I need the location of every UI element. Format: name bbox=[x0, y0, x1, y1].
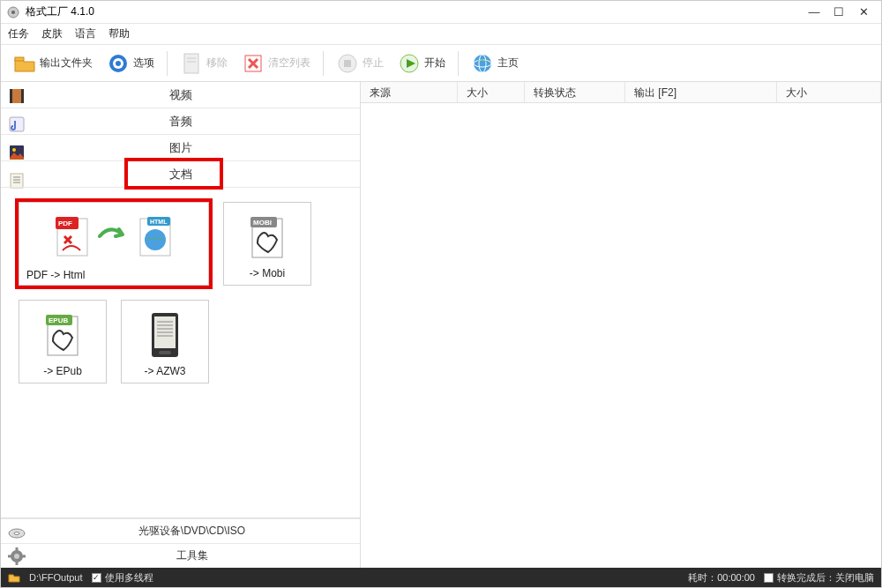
format-pdf-html-label: PDF -> Html bbox=[26, 265, 201, 281]
col-source[interactable]: 来源 bbox=[361, 82, 458, 102]
multithread-checkbox[interactable]: 使用多线程 bbox=[92, 571, 153, 584]
category-audio[interactable]: 音频 bbox=[1, 108, 360, 135]
format-azw3[interactable]: -> AZW3 bbox=[121, 300, 209, 383]
after-convert-checkbox[interactable]: 转换完成后：关闭电脑 bbox=[764, 571, 874, 584]
category-video-label: 视频 bbox=[169, 87, 192, 103]
col-size1[interactable]: 大小 bbox=[458, 82, 525, 102]
menu-task[interactable]: 任务 bbox=[8, 26, 29, 41]
col-status[interactable]: 转换状态 bbox=[525, 82, 625, 102]
statusbar: D:\FFOutput 使用多线程 耗时：00:00:00 转换完成后：关闭电脑 bbox=[1, 568, 881, 587]
toolkit-row[interactable]: 工具集 bbox=[1, 543, 360, 568]
folder-icon bbox=[13, 52, 36, 75]
remove-icon bbox=[180, 52, 203, 75]
options-icon bbox=[107, 52, 130, 75]
stop-icon bbox=[336, 52, 359, 75]
home-label: 主页 bbox=[497, 56, 519, 71]
right-panel: 来源 大小 转换状态 输出 [F2] 大小 bbox=[361, 82, 881, 568]
close-button[interactable]: ✕ bbox=[851, 5, 876, 19]
category-picture[interactable]: 图片 bbox=[1, 135, 360, 161]
clear-label: 清空列表 bbox=[268, 56, 310, 71]
menu-language[interactable]: 语言 bbox=[75, 26, 96, 41]
list-header: 来源 大小 转换状态 输出 [F2] 大小 bbox=[361, 82, 881, 103]
start-icon bbox=[398, 52, 421, 75]
titlebar: 格式工厂 4.1.0 — ☐ ✕ bbox=[1, 1, 881, 24]
pdf-icon: PDF bbox=[54, 215, 91, 257]
toolbar: 输出文件夹 选项 移除 清空列表 停止 开始 主页 bbox=[1, 45, 881, 82]
left-panel: 视频 音频 图片 文档 PDF bbox=[1, 82, 361, 568]
svg-point-1 bbox=[11, 11, 15, 14]
svg-point-53 bbox=[14, 554, 19, 559]
optical-label: 光驱设备\DVD\CD\ISO bbox=[31, 524, 353, 539]
svg-rect-13 bbox=[344, 60, 351, 67]
category-video[interactable]: 视频 bbox=[1, 82, 360, 108]
folder-small-icon bbox=[8, 572, 20, 583]
main-area: 视频 音频 图片 文档 PDF bbox=[1, 82, 881, 568]
globe-icon bbox=[471, 52, 494, 75]
separator bbox=[323, 51, 324, 76]
format-epub-label: -> EPub bbox=[43, 365, 82, 377]
app-icon bbox=[6, 5, 20, 19]
format-grid: PDF HTML PDF -> Html MOBI bbox=[1, 188, 360, 398]
menu-skin[interactable]: 皮肤 bbox=[41, 26, 63, 41]
menubar: 任务 皮肤 语言 帮助 bbox=[1, 24, 881, 45]
window-title: 格式工厂 4.1.0 bbox=[26, 4, 94, 19]
azw3-icon bbox=[145, 306, 185, 365]
svg-text:HTML: HTML bbox=[150, 219, 168, 225]
output-path[interactable]: D:\FFOutput bbox=[29, 572, 83, 583]
stop-label: 停止 bbox=[363, 56, 384, 71]
output-folder-button[interactable]: 输出文件夹 bbox=[8, 50, 98, 77]
minimize-button[interactable]: — bbox=[802, 5, 826, 19]
svg-rect-2 bbox=[15, 57, 24, 61]
svg-point-51 bbox=[14, 532, 19, 534]
elapsed-label: 耗时：00:00:00 bbox=[688, 571, 755, 584]
clear-list-button[interactable]: 清空列表 bbox=[236, 50, 316, 77]
svg-text:PDF: PDF bbox=[58, 220, 72, 227]
home-button[interactable]: 主页 bbox=[466, 50, 524, 77]
svg-point-35 bbox=[145, 229, 166, 250]
remove-label: 移除 bbox=[206, 56, 228, 71]
category-document-label: 文档 bbox=[169, 167, 192, 182]
stop-button[interactable]: 停止 bbox=[331, 50, 389, 77]
category-document[interactable]: 文档 bbox=[1, 161, 360, 188]
gear-icon bbox=[8, 547, 26, 565]
svg-text:MOBI: MOBI bbox=[253, 219, 272, 227]
svg-rect-6 bbox=[184, 54, 198, 73]
col-size2[interactable]: 大小 bbox=[777, 82, 881, 102]
format-azw3-label: -> AZW3 bbox=[144, 365, 185, 377]
format-mobi-label: -> Mobi bbox=[250, 267, 285, 279]
format-mobi[interactable]: MOBI -> Mobi bbox=[223, 202, 311, 286]
maximize-button[interactable]: ☐ bbox=[826, 5, 851, 19]
bottom-categories: 光驱设备\DVD\CD\ISO 工具集 bbox=[1, 517, 360, 568]
output-folder-label: 输出文件夹 bbox=[40, 56, 93, 71]
mobi-icon: MOBI bbox=[247, 208, 288, 267]
disc-icon bbox=[8, 523, 26, 540]
separator bbox=[167, 51, 168, 76]
separator bbox=[458, 51, 459, 76]
svg-point-5 bbox=[116, 61, 121, 66]
svg-rect-49 bbox=[159, 351, 171, 354]
category-audio-label: 音频 bbox=[169, 114, 192, 130]
clear-icon bbox=[242, 52, 265, 75]
options-label: 选项 bbox=[133, 56, 154, 71]
optical-drive-row[interactable]: 光驱设备\DVD\CD\ISO bbox=[1, 518, 360, 543]
file-list[interactable] bbox=[361, 103, 881, 568]
html-icon: HTML bbox=[137, 215, 174, 257]
format-pdf-to-html[interactable]: PDF HTML PDF -> Html bbox=[19, 202, 209, 286]
menu-help[interactable]: 帮助 bbox=[108, 26, 130, 41]
start-label: 开始 bbox=[424, 56, 445, 71]
toolkit-label: 工具集 bbox=[31, 548, 353, 563]
start-button[interactable]: 开始 bbox=[392, 50, 451, 77]
category-picture-label: 图片 bbox=[169, 140, 192, 156]
epub-icon: EPUB bbox=[42, 306, 83, 365]
col-output[interactable]: 输出 [F2] bbox=[625, 82, 777, 102]
svg-text:EPUB: EPUB bbox=[49, 316, 68, 324]
arrow-icon bbox=[98, 226, 130, 247]
remove-button[interactable]: 移除 bbox=[175, 50, 233, 77]
options-button[interactable]: 选项 bbox=[101, 50, 160, 77]
svg-point-16 bbox=[474, 55, 491, 72]
category-area: 视频 音频 图片 文档 PDF bbox=[1, 82, 360, 517]
format-epub[interactable]: EPUB -> EPub bbox=[19, 300, 107, 383]
